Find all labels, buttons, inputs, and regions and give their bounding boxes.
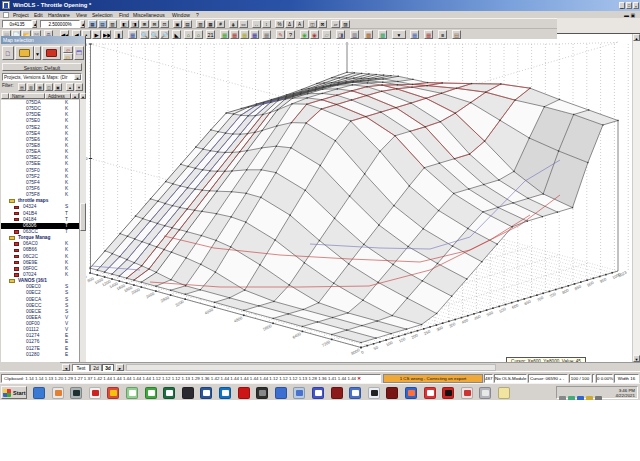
svg-text:2400: 2400	[145, 291, 156, 300]
svg-text:2800: 2800	[160, 295, 171, 304]
svg-text:5600: 5600	[262, 323, 273, 332]
svg-text:4000: 4000	[204, 307, 215, 316]
svg-text:8000: 8000	[350, 347, 361, 356]
svg-text:3200: 3200	[174, 299, 185, 308]
svg-text:0: 0	[360, 349, 365, 355]
svg-text:70: 70	[86, 156, 88, 161]
svg-text:50: 50	[373, 344, 380, 351]
svg-text:140: 140	[86, 42, 87, 47]
svg-text:6400: 6400	[292, 331, 303, 340]
svg-text:4800: 4800	[233, 315, 244, 324]
svg-text:7200: 7200	[321, 339, 332, 348]
